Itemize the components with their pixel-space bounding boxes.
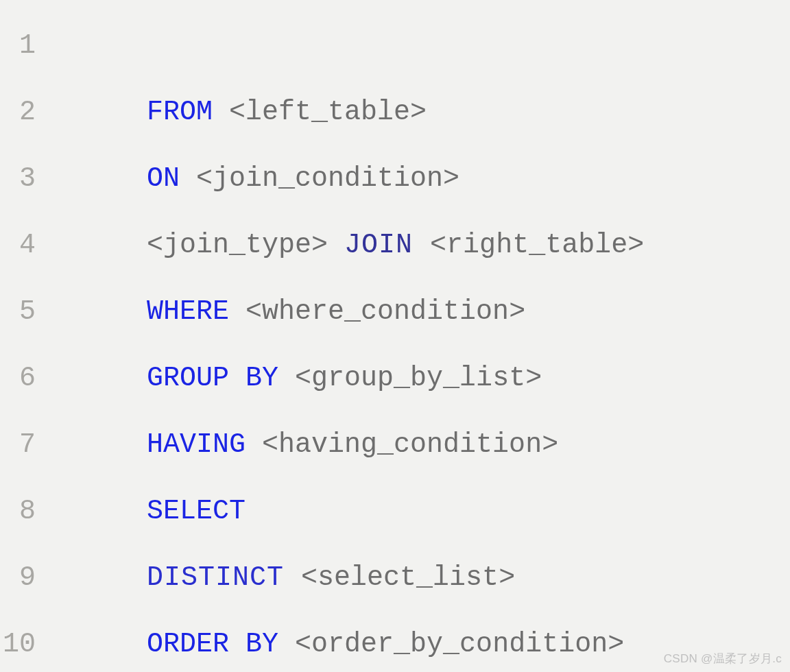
line-number: 9: [0, 544, 48, 611]
code-line: 6 HAVING <having_condition>: [0, 345, 790, 411]
code-line: 9 ORDER BY <order_by_condition>: [0, 544, 790, 611]
watermark: CSDN @温柔了岁月.c: [664, 651, 782, 667]
token-placeholder: <having_condition>: [262, 429, 558, 460]
code-line: 3 <join_type> JOIN <right_table>: [0, 145, 790, 212]
line-number: 4: [0, 212, 48, 278]
code-content: LIMIT <limit_number>: [48, 611, 480, 672]
code-line: 5 GROUP BY <group_by_list>: [0, 278, 790, 345]
line-number: 2: [0, 79, 48, 145]
line-number: 7: [0, 411, 48, 478]
code-line: 1 FROM <left_table>: [0, 12, 790, 79]
line-number: 3: [0, 145, 48, 212]
line-number: 6: [0, 345, 48, 411]
code-line: 2 ON <join_condition>: [0, 79, 790, 145]
code-line: 8 DISTINCT <select_list>: [0, 478, 790, 544]
line-number: 10: [0, 611, 48, 672]
line-number: 8: [0, 478, 48, 544]
code-line: 4 WHERE <where_condition>: [0, 212, 790, 278]
code-block: 1 FROM <left_table> 2 ON <join_condition…: [0, 0, 790, 672]
line-number: 1: [0, 12, 48, 79]
line-number: 5: [0, 278, 48, 345]
